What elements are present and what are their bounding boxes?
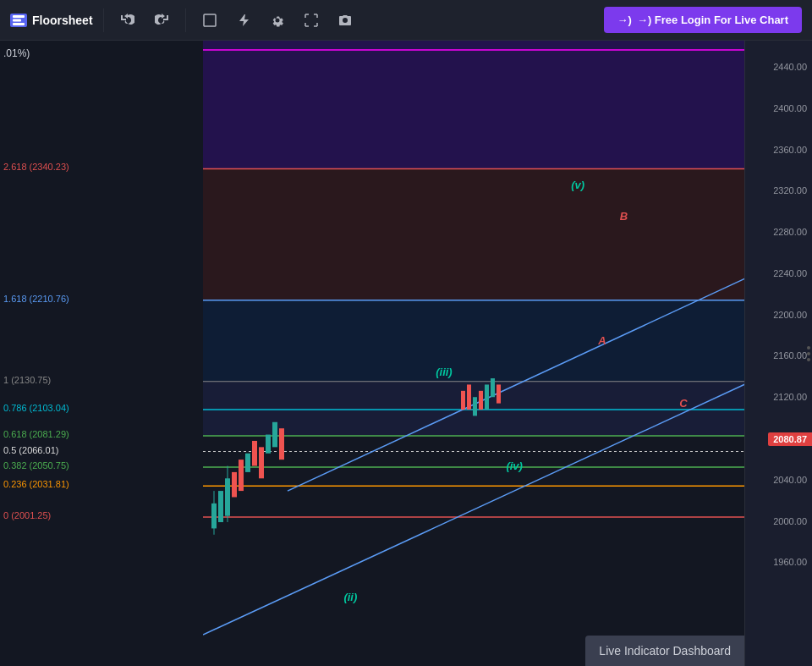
price-level-label: 2040.00 [773, 475, 807, 485]
undo-button[interactable] [114, 7, 141, 34]
price-level-label: 2320.00 [773, 185, 807, 195]
redo-button[interactable] [148, 7, 175, 34]
price-axis: 2440.002400.002360.002320.002280.002240.… [744, 41, 812, 666]
price-level-label: 2000.00 [773, 516, 807, 526]
chart-svg [203, 41, 744, 666]
svg-rect-30 [266, 435, 271, 454]
separator-2 [185, 8, 186, 32]
brand: Floorsheet [10, 14, 93, 27]
svg-rect-37 [485, 384, 489, 410]
brand-icon [10, 14, 27, 27]
svg-rect-3 [204, 14, 216, 26]
fib-level-label: 2.618 (2340.23) [3, 162, 69, 172]
fib-level-label: 0.786 (2103.04) [3, 403, 69, 413]
svg-rect-1 [13, 19, 21, 21]
left-labels: .01%) 2.618 (2340.23)1.618 (2210.76)1 (2… [0, 41, 203, 666]
live-dashboard-label: Live Indicator Dashboard [599, 644, 731, 658]
camera-button[interactable] [332, 7, 359, 34]
price-level-label: 2200.00 [773, 310, 807, 320]
fullscreen-button[interactable] [298, 7, 325, 34]
settings-button[interactable] [264, 7, 291, 34]
svg-rect-27 [245, 454, 250, 472]
price-level-label: 2400.00 [773, 103, 807, 113]
fib-level-label: 0.5 (2066.01) [3, 445, 58, 455]
price-highlight-label: 2080.87 [768, 432, 812, 446]
svg-rect-29 [259, 447, 264, 478]
svg-rect-2 [13, 23, 25, 25]
price-level-label: 1960.00 [773, 557, 807, 567]
scroll-indicator [807, 346, 810, 361]
fib-level-label: 0.382 (2050.75) [3, 460, 69, 471]
pct-label: .01%) [3, 47, 30, 59]
svg-rect-25 [232, 472, 237, 498]
svg-rect-33 [461, 391, 465, 410]
fib-level-label: 1 (2130.75) [3, 375, 51, 385]
svg-rect-0 [13, 15, 25, 18]
svg-rect-22 [218, 491, 223, 522]
price-level-label: 2440.00 [773, 62, 807, 72]
rect-tool-button[interactable] [196, 7, 223, 34]
svg-rect-31 [272, 422, 277, 448]
lightning-button[interactable] [230, 7, 257, 34]
svg-rect-34 [467, 384, 471, 410]
svg-rect-4 [203, 41, 744, 168]
svg-rect-32 [279, 428, 284, 460]
svg-rect-6 [203, 300, 744, 382]
live-indicator-dashboard[interactable]: Live Indicator Dashboard [585, 636, 744, 666]
price-level-label: 2160.00 [773, 350, 807, 361]
svg-rect-26 [239, 460, 244, 491]
login-button[interactable]: →) →) Free Login For Live Chart [604, 7, 802, 33]
price-level-label: 2240.00 [773, 268, 807, 278]
svg-rect-28 [252, 441, 257, 466]
brand-label: Floorsheet [32, 14, 93, 27]
svg-rect-5 [203, 168, 744, 300]
price-level-label: 2280.00 [773, 227, 807, 237]
chart-area: (ii)(iii)(iv)(v)ABC Live Indicator Dashb… [203, 41, 744, 666]
svg-rect-39 [497, 384, 501, 403]
svg-rect-38 [491, 378, 495, 397]
main-content: .01%) 2.618 (2340.23)1.618 (2210.76)1 (2… [0, 41, 812, 666]
svg-rect-36 [479, 391, 483, 410]
price-level-label: 2120.00 [773, 392, 807, 402]
fib-level-label: 0.618 (2081.29) [3, 429, 69, 439]
fib-level-label: 1.618 (2210.76) [3, 294, 69, 304]
svg-rect-35 [473, 397, 477, 416]
fib-level-label: 0 (2001.25) [3, 510, 51, 520]
separator-1 [103, 8, 104, 32]
toolbar: Floorsheet →) →) Free Login For Live Cha… [0, 0, 812, 41]
fib-level-label: 0.236 (2031.81) [3, 479, 69, 489]
login-arrow-icon: →) [617, 14, 632, 26]
login-label: →) Free Login For Live Chart [637, 14, 788, 26]
price-level-label: 2360.00 [773, 145, 807, 155]
